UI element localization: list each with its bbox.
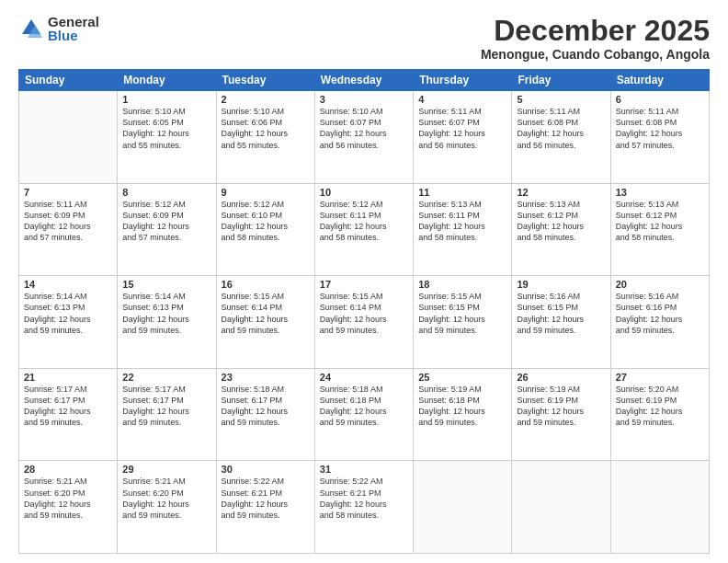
title-block: December 2025 Menongue, Cuando Cobango, …: [481, 15, 710, 62]
day-info: Sunrise: 5:12 AM Sunset: 6:09 PM Dayligh…: [122, 199, 210, 244]
calendar-cell: 27Sunrise: 5:20 AM Sunset: 6:19 PM Dayli…: [610, 368, 709, 461]
calendar-day-header: Wednesday: [314, 70, 413, 91]
calendar-cell: 11Sunrise: 5:13 AM Sunset: 6:11 PM Dayli…: [414, 183, 512, 276]
day-number: 12: [517, 187, 605, 198]
day-info: Sunrise: 5:17 AM Sunset: 6:17 PM Dayligh…: [122, 384, 210, 429]
day-number: 2: [222, 94, 310, 105]
logo-general: General: [48, 15, 99, 29]
calendar-cell: 16Sunrise: 5:15 AM Sunset: 6:14 PM Dayli…: [216, 276, 314, 369]
day-info: Sunrise: 5:18 AM Sunset: 6:17 PM Dayligh…: [222, 384, 310, 429]
day-info: Sunrise: 5:14 AM Sunset: 6:13 PM Dayligh…: [122, 291, 210, 336]
day-number: 3: [320, 94, 408, 105]
day-number: 29: [122, 464, 210, 475]
header: General Blue December 2025 Menongue, Cua…: [18, 15, 710, 62]
day-number: 11: [418, 187, 506, 198]
calendar-cell: 17Sunrise: 5:15 AM Sunset: 6:14 PM Dayli…: [314, 276, 413, 369]
calendar-day-header: Saturday: [610, 70, 709, 91]
calendar-cell: 4Sunrise: 5:11 AM Sunset: 6:07 PM Daylig…: [414, 91, 512, 184]
calendar-cell: 6Sunrise: 5:11 AM Sunset: 6:08 PM Daylig…: [610, 91, 709, 184]
day-number: 16: [222, 279, 310, 290]
day-number: 6: [616, 94, 704, 105]
day-number: 25: [418, 372, 506, 383]
day-info: Sunrise: 5:11 AM Sunset: 6:08 PM Dayligh…: [517, 106, 605, 151]
calendar-cell: 15Sunrise: 5:14 AM Sunset: 6:13 PM Dayli…: [118, 276, 216, 369]
day-number: 7: [24, 187, 112, 198]
day-number: 28: [24, 464, 112, 475]
calendar-table: SundayMondayTuesdayWednesdayThursdayFrid…: [18, 69, 710, 554]
day-info: Sunrise: 5:17 AM Sunset: 6:17 PM Dayligh…: [24, 384, 112, 429]
calendar-cell: 22Sunrise: 5:17 AM Sunset: 6:17 PM Dayli…: [118, 368, 216, 461]
logo-text: General Blue: [48, 15, 99, 42]
day-info: Sunrise: 5:18 AM Sunset: 6:18 PM Dayligh…: [320, 384, 408, 429]
calendar-cell: 2Sunrise: 5:10 AM Sunset: 6:06 PM Daylig…: [216, 91, 314, 184]
calendar-header-row: SundayMondayTuesdayWednesdayThursdayFrid…: [19, 70, 710, 91]
day-number: 31: [320, 464, 408, 475]
day-info: Sunrise: 5:12 AM Sunset: 6:11 PM Dayligh…: [320, 199, 408, 244]
day-number: 20: [616, 279, 704, 290]
day-info: Sunrise: 5:14 AM Sunset: 6:13 PM Dayligh…: [24, 291, 112, 336]
calendar-day-header: Sunday: [19, 70, 118, 91]
day-info: Sunrise: 5:20 AM Sunset: 6:19 PM Dayligh…: [616, 384, 704, 429]
calendar-cell: [19, 91, 118, 184]
calendar-cell: 8Sunrise: 5:12 AM Sunset: 6:09 PM Daylig…: [118, 183, 216, 276]
day-info: Sunrise: 5:10 AM Sunset: 6:07 PM Dayligh…: [320, 106, 408, 151]
day-number: 15: [122, 279, 210, 290]
day-info: Sunrise: 5:11 AM Sunset: 6:07 PM Dayligh…: [418, 106, 506, 151]
calendar-cell: 18Sunrise: 5:15 AM Sunset: 6:15 PM Dayli…: [414, 276, 512, 369]
day-info: Sunrise: 5:16 AM Sunset: 6:16 PM Dayligh…: [616, 291, 704, 336]
day-info: Sunrise: 5:15 AM Sunset: 6:15 PM Dayligh…: [418, 291, 506, 336]
day-info: Sunrise: 5:13 AM Sunset: 6:12 PM Dayligh…: [616, 199, 704, 244]
calendar-cell: 20Sunrise: 5:16 AM Sunset: 6:16 PM Dayli…: [610, 276, 709, 369]
logo-blue: Blue: [48, 29, 99, 42]
day-info: Sunrise: 5:11 AM Sunset: 6:08 PM Dayligh…: [616, 106, 704, 151]
day-number: 4: [418, 94, 506, 105]
day-number: 13: [616, 187, 704, 198]
calendar-cell: [414, 461, 512, 554]
calendar-week-row: 21Sunrise: 5:17 AM Sunset: 6:17 PM Dayli…: [19, 368, 710, 461]
day-info: Sunrise: 5:12 AM Sunset: 6:10 PM Dayligh…: [222, 199, 310, 244]
calendar-week-row: 1Sunrise: 5:10 AM Sunset: 6:05 PM Daylig…: [19, 91, 710, 184]
day-number: 23: [222, 372, 310, 383]
calendar-cell: 13Sunrise: 5:13 AM Sunset: 6:12 PM Dayli…: [610, 183, 709, 276]
day-number: 19: [517, 279, 605, 290]
page: General Blue December 2025 Menongue, Cua…: [0, 0, 728, 563]
calendar-cell: 14Sunrise: 5:14 AM Sunset: 6:13 PM Dayli…: [19, 276, 118, 369]
calendar-day-header: Monday: [118, 70, 216, 91]
calendar-cell: 29Sunrise: 5:21 AM Sunset: 6:20 PM Dayli…: [118, 461, 216, 554]
day-info: Sunrise: 5:22 AM Sunset: 6:21 PM Dayligh…: [320, 476, 408, 521]
calendar-cell: 7Sunrise: 5:11 AM Sunset: 6:09 PM Daylig…: [19, 183, 118, 276]
calendar-week-row: 28Sunrise: 5:21 AM Sunset: 6:20 PM Dayli…: [19, 461, 710, 554]
day-number: 27: [616, 372, 704, 383]
day-number: 14: [24, 279, 112, 290]
day-info: Sunrise: 5:13 AM Sunset: 6:12 PM Dayligh…: [517, 199, 605, 244]
day-info: Sunrise: 5:21 AM Sunset: 6:20 PM Dayligh…: [24, 476, 112, 521]
calendar-week-row: 14Sunrise: 5:14 AM Sunset: 6:13 PM Dayli…: [19, 276, 710, 369]
calendar-cell: 19Sunrise: 5:16 AM Sunset: 6:15 PM Dayli…: [512, 276, 610, 369]
day-info: Sunrise: 5:22 AM Sunset: 6:21 PM Dayligh…: [222, 476, 310, 521]
calendar-cell: 21Sunrise: 5:17 AM Sunset: 6:17 PM Dayli…: [19, 368, 118, 461]
location: Menongue, Cuando Cobango, Angola: [481, 47, 710, 62]
day-info: Sunrise: 5:10 AM Sunset: 6:06 PM Dayligh…: [222, 106, 310, 151]
day-info: Sunrise: 5:19 AM Sunset: 6:18 PM Dayligh…: [418, 384, 506, 429]
day-number: 1: [122, 94, 210, 105]
calendar-week-row: 7Sunrise: 5:11 AM Sunset: 6:09 PM Daylig…: [19, 183, 710, 276]
day-number: 22: [122, 372, 210, 383]
calendar-cell: 23Sunrise: 5:18 AM Sunset: 6:17 PM Dayli…: [216, 368, 314, 461]
day-number: 30: [222, 464, 310, 475]
day-number: 17: [320, 279, 408, 290]
day-info: Sunrise: 5:13 AM Sunset: 6:11 PM Dayligh…: [418, 199, 506, 244]
calendar-cell: 1Sunrise: 5:10 AM Sunset: 6:05 PM Daylig…: [118, 91, 216, 184]
calendar-cell: 9Sunrise: 5:12 AM Sunset: 6:10 PM Daylig…: [216, 183, 314, 276]
calendar-cell: [512, 461, 610, 554]
calendar-cell: 26Sunrise: 5:19 AM Sunset: 6:19 PM Dayli…: [512, 368, 610, 461]
calendar-day-header: Friday: [512, 70, 610, 91]
calendar-day-header: Tuesday: [216, 70, 314, 91]
day-number: 10: [320, 187, 408, 198]
day-number: 18: [418, 279, 506, 290]
day-info: Sunrise: 5:15 AM Sunset: 6:14 PM Dayligh…: [222, 291, 310, 336]
day-info: Sunrise: 5:15 AM Sunset: 6:14 PM Dayligh…: [320, 291, 408, 336]
day-number: 8: [122, 187, 210, 198]
day-info: Sunrise: 5:10 AM Sunset: 6:05 PM Dayligh…: [122, 106, 210, 151]
day-info: Sunrise: 5:19 AM Sunset: 6:19 PM Dayligh…: [517, 384, 605, 429]
day-number: 21: [24, 372, 112, 383]
